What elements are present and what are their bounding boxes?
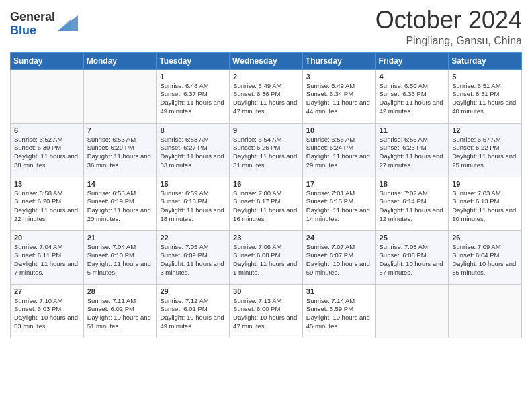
weekday-header: Friday: [375, 52, 449, 69]
day-info: Sunrise: 7:06 AMSunset: 6:08 PMDaylight:…: [233, 243, 299, 277]
calendar-week-row: 6Sunrise: 6:52 AMSunset: 6:30 PMDaylight…: [11, 123, 522, 177]
day-number: 15: [160, 180, 226, 188]
weekday-header: Wednesday: [230, 52, 303, 69]
day-number: 21: [87, 234, 153, 242]
calendar-cell: 9Sunrise: 6:54 AMSunset: 6:26 PMDaylight…: [230, 123, 303, 177]
calendar-cell: 14Sunrise: 6:58 AMSunset: 6:19 PMDayligh…: [83, 177, 157, 230]
calendar-cell: 11Sunrise: 6:56 AMSunset: 6:23 PMDayligh…: [375, 123, 449, 177]
calendar-week-row: 20Sunrise: 7:04 AMSunset: 6:11 PMDayligh…: [11, 230, 522, 284]
day-number: 13: [14, 180, 80, 188]
day-info: Sunrise: 7:00 AMSunset: 6:17 PMDaylight:…: [233, 189, 299, 224]
day-info: Sunrise: 7:10 AMSunset: 6:03 PMDaylight:…: [14, 297, 80, 331]
day-info: Sunrise: 6:56 AMSunset: 6:23 PMDaylight:…: [380, 136, 445, 170]
day-number: 27: [14, 287, 80, 295]
day-number: 16: [233, 180, 299, 188]
day-number: 28: [87, 287, 153, 295]
calendar-cell: 10Sunrise: 6:55 AMSunset: 6:24 PMDayligh…: [302, 123, 375, 177]
day-number: 7: [87, 126, 153, 134]
weekday-header: Sunday: [11, 52, 84, 69]
calendar-cell: 22Sunrise: 7:05 AMSunset: 6:09 PMDayligh…: [157, 230, 230, 284]
weekday-header: Saturday: [449, 52, 522, 69]
day-number: 24: [306, 234, 372, 242]
day-number: 11: [380, 126, 445, 134]
logo-icon: [58, 12, 78, 32]
calendar-cell: 15Sunrise: 6:59 AMSunset: 6:18 PMDayligh…: [157, 177, 230, 230]
calendar-cell: 18Sunrise: 7:02 AMSunset: 6:14 PMDayligh…: [375, 177, 449, 230]
day-info: Sunrise: 7:14 AMSunset: 5:59 PMDaylight:…: [306, 297, 372, 331]
day-number: 25: [380, 234, 445, 242]
day-number: 5: [452, 73, 518, 81]
day-info: Sunrise: 6:54 AMSunset: 6:26 PMDaylight:…: [233, 136, 299, 170]
day-info: Sunrise: 6:52 AMSunset: 6:30 PMDaylight:…: [14, 136, 80, 170]
calendar-cell: 16Sunrise: 7:00 AMSunset: 6:17 PMDayligh…: [230, 177, 303, 230]
calendar-cell: 6Sunrise: 6:52 AMSunset: 6:30 PMDaylight…: [11, 123, 84, 177]
weekday-header: Thursday: [302, 52, 375, 69]
day-info: Sunrise: 7:05 AMSunset: 6:09 PMDaylight:…: [160, 243, 226, 277]
calendar: SundayMondayTuesdayWednesdayThursdayFrid…: [10, 52, 522, 338]
logo-general: General: [10, 11, 55, 24]
calendar-cell: 3Sunrise: 6:49 AMSunset: 6:34 PMDaylight…: [302, 69, 375, 123]
calendar-cell: 20Sunrise: 7:04 AMSunset: 6:11 PMDayligh…: [11, 230, 84, 284]
calendar-cell: 26Sunrise: 7:09 AMSunset: 6:04 PMDayligh…: [449, 230, 522, 284]
calendar-week-row: 13Sunrise: 6:58 AMSunset: 6:20 PMDayligh…: [11, 177, 522, 230]
day-number: 20: [14, 234, 80, 242]
location: Pingliang, Gansu, China: [375, 35, 522, 47]
day-number: 12: [452, 126, 518, 134]
calendar-cell: 27Sunrise: 7:10 AMSunset: 6:03 PMDayligh…: [11, 284, 84, 338]
calendar-cell: 8Sunrise: 6:53 AMSunset: 6:27 PMDaylight…: [157, 123, 230, 177]
day-number: 22: [160, 234, 226, 242]
svg-marker-1: [58, 19, 71, 31]
day-info: Sunrise: 6:53 AMSunset: 6:29 PMDaylight:…: [87, 136, 153, 170]
calendar-cell: 5Sunrise: 6:51 AMSunset: 6:31 PMDaylight…: [449, 69, 522, 123]
calendar-cell: 23Sunrise: 7:06 AMSunset: 6:08 PMDayligh…: [230, 230, 303, 284]
day-info: Sunrise: 7:13 AMSunset: 6:00 PMDaylight:…: [233, 297, 299, 331]
weekday-header: Tuesday: [157, 52, 230, 69]
day-info: Sunrise: 6:49 AMSunset: 6:34 PMDaylight:…: [306, 82, 372, 116]
day-info: Sunrise: 6:49 AMSunset: 6:36 PMDaylight:…: [233, 82, 299, 116]
day-number: 14: [87, 180, 153, 188]
day-info: Sunrise: 6:59 AMSunset: 6:18 PMDaylight:…: [160, 189, 226, 224]
day-info: Sunrise: 6:58 AMSunset: 6:19 PMDaylight:…: [87, 189, 153, 224]
calendar-cell: 31Sunrise: 7:14 AMSunset: 5:59 PMDayligh…: [302, 284, 375, 338]
day-number: 30: [233, 287, 299, 295]
calendar-cell: 29Sunrise: 7:12 AMSunset: 6:01 PMDayligh…: [157, 284, 230, 338]
day-info: Sunrise: 7:04 AMSunset: 6:11 PMDaylight:…: [14, 243, 80, 277]
calendar-cell: [83, 69, 157, 123]
calendar-cell: [11, 69, 84, 123]
day-info: Sunrise: 7:01 AMSunset: 6:15 PMDaylight:…: [306, 189, 372, 224]
day-number: 6: [14, 126, 80, 134]
day-number: 23: [233, 234, 299, 242]
page: General Blue October 2024 Pingliang, Gan…: [0, 0, 532, 411]
day-number: 17: [306, 180, 372, 188]
month-title: October 2024: [375, 7, 522, 34]
calendar-cell: 19Sunrise: 7:03 AMSunset: 6:13 PMDayligh…: [449, 177, 522, 230]
day-info: Sunrise: 7:03 AMSunset: 6:13 PMDaylight:…: [452, 189, 518, 224]
calendar-cell: 28Sunrise: 7:11 AMSunset: 6:02 PMDayligh…: [83, 284, 157, 338]
day-number: 9: [233, 126, 299, 134]
day-info: Sunrise: 6:57 AMSunset: 6:22 PMDaylight:…: [452, 136, 518, 170]
calendar-cell: 12Sunrise: 6:57 AMSunset: 6:22 PMDayligh…: [449, 123, 522, 177]
calendar-cell: [449, 284, 522, 338]
calendar-cell: 7Sunrise: 6:53 AMSunset: 6:29 PMDaylight…: [83, 123, 157, 177]
day-number: 31: [306, 287, 372, 295]
day-info: Sunrise: 7:02 AMSunset: 6:14 PMDaylight:…: [380, 189, 445, 224]
calendar-cell: 13Sunrise: 6:58 AMSunset: 6:20 PMDayligh…: [11, 177, 84, 230]
calendar-cell: 4Sunrise: 6:50 AMSunset: 6:33 PMDaylight…: [375, 69, 449, 123]
calendar-cell: 30Sunrise: 7:13 AMSunset: 6:00 PMDayligh…: [230, 284, 303, 338]
day-info: Sunrise: 7:11 AMSunset: 6:02 PMDaylight:…: [87, 297, 153, 331]
day-number: 4: [380, 73, 445, 81]
day-info: Sunrise: 7:09 AMSunset: 6:04 PMDaylight:…: [452, 243, 518, 277]
day-info: Sunrise: 7:07 AMSunset: 6:07 PMDaylight:…: [306, 243, 372, 277]
day-number: 29: [160, 287, 226, 295]
day-info: Sunrise: 6:58 AMSunset: 6:20 PMDaylight:…: [14, 189, 80, 224]
calendar-cell: 25Sunrise: 7:08 AMSunset: 6:06 PMDayligh…: [375, 230, 449, 284]
calendar-cell: 2Sunrise: 6:49 AMSunset: 6:36 PMDaylight…: [230, 69, 303, 123]
day-info: Sunrise: 7:12 AMSunset: 6:01 PMDaylight:…: [160, 297, 226, 331]
logo: General Blue: [10, 11, 78, 38]
day-number: 10: [306, 126, 372, 134]
weekday-header-row: SundayMondayTuesdayWednesdayThursdayFrid…: [11, 52, 522, 69]
logo-blue: Blue: [10, 24, 55, 38]
calendar-cell: 1Sunrise: 6:48 AMSunset: 6:37 PMDaylight…: [157, 69, 230, 123]
day-number: 1: [160, 73, 226, 81]
day-info: Sunrise: 7:08 AMSunset: 6:06 PMDaylight:…: [380, 243, 445, 277]
